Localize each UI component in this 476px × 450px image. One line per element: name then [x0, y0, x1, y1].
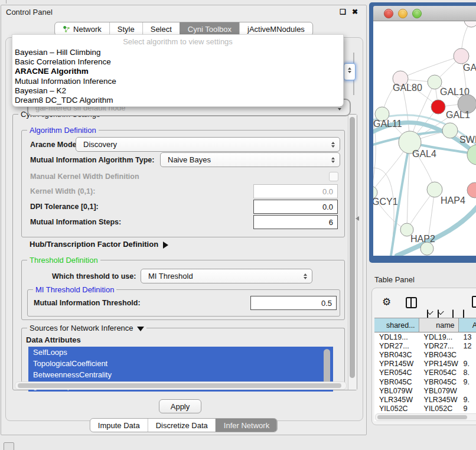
- gear-icon[interactable]: ⚙: [382, 296, 391, 308]
- column-header-name[interactable]: name: [419, 318, 459, 332]
- settings-scrollbar[interactable]: [348, 115, 357, 390]
- node-label: GCY1: [373, 197, 398, 207]
- manual-kernel-label: Manual Kernel Width Definition: [30, 172, 139, 181]
- network-window-titlebar[interactable]: [373, 6, 476, 21]
- settings-scrollbar-thumb[interactable]: [350, 117, 355, 378]
- node-label: GAL: [463, 63, 476, 73]
- column-header-a[interactable]: A: [459, 318, 476, 332]
- table-row[interactable]: YPR145WYPR145W9.: [374, 360, 476, 369]
- network-node-swi4[interactable]: [442, 123, 458, 138]
- table-row[interactable]: YER054CYER054C8.: [374, 369, 476, 377]
- tab-infer-network[interactable]: Infer Network: [216, 419, 277, 432]
- mi-threshold-label: Mutual Information Threshold:: [34, 299, 141, 307]
- panel-title: Control Panel: [6, 8, 53, 17]
- table-cell: YBL079W: [419, 387, 459, 395]
- node-label: SWI4: [459, 135, 476, 145]
- table-cell: 13: [459, 333, 476, 341]
- dpi-tolerance-field[interactable]: 0.0: [253, 200, 338, 214]
- mi-steps-label: Mutual Information Steps:: [30, 218, 121, 226]
- settings-hscrollbar-thumb[interactable]: [18, 383, 341, 388]
- network-node-y[interactable]: [467, 182, 476, 198]
- network-node[interactable]: [464, 21, 476, 27]
- table-cell: YLR345W: [374, 396, 419, 404]
- divider-collapse-icon[interactable]: [356, 216, 359, 221]
- algorithm-definition-title: Algorithm Definition: [27, 126, 99, 135]
- node-label: GAL4: [412, 149, 436, 159]
- table-row[interactable]: YBR045CYBR045C9.: [374, 377, 476, 386]
- tab-network[interactable]: Network: [55, 22, 109, 35]
- aracne-mode-value: Discovery: [83, 140, 330, 149]
- tab-impute-data[interactable]: Impute Data: [90, 419, 148, 432]
- mi-threshold-value: 0.5: [321, 299, 332, 308]
- minimize-traffic-icon[interactable]: [398, 9, 407, 18]
- algorithm-option-aracne-algorithm[interactable]: ARACNE Algorithm: [12, 67, 343, 76]
- cyni-algorithm-settings-group: Cyni Algorithm Settings Algorithm Defini…: [12, 114, 357, 390]
- table-row[interactable]: YLR345WYLR345W9.: [374, 395, 476, 404]
- table-cell: YDL19...: [374, 333, 419, 341]
- tab-label: jActiveMNodules: [247, 25, 305, 34]
- close-icon[interactable]: ✖: [352, 8, 358, 16]
- algorithm-combo-stepper[interactable]: [344, 63, 356, 80]
- table-cell: YPR145W: [374, 360, 419, 368]
- tab-discretize-data[interactable]: Discretize Data: [148, 419, 216, 432]
- tab-jactivemnodules[interactable]: jActiveMNodules: [239, 22, 312, 35]
- tab-style[interactable]: Style: [109, 22, 142, 35]
- table-body: YDL19...YDL19...13YDR27...YDR27...12YBR0…: [374, 332, 476, 413]
- algorithm-option-bayesian-hill-climbing[interactable]: Bayesian – Hill Climbing: [12, 48, 343, 57]
- kernel-width-value: 0.0: [322, 187, 333, 196]
- table-cell: 9: [459, 405, 476, 413]
- network-node-gal[interactable]: [454, 48, 469, 64]
- split-columns-icon[interactable]: [406, 297, 417, 308]
- sources-group-title[interactable]: Sources for Network Inference: [27, 324, 146, 332]
- hub-definition-expander[interactable]: Hub/Transcription Factor Definition: [30, 240, 168, 249]
- collapsed-panel-icon[interactable]: [4, 442, 14, 450]
- algorithm-option-bayesian-k2[interactable]: Bayesian – K2: [12, 86, 343, 96]
- hub-definition-label: Hub/Transcription Factor Definition: [30, 240, 158, 249]
- mi-algorithm-type-combo[interactable]: Naive Bayes: [160, 152, 340, 167]
- network-node-gal1[interactable]: [431, 100, 445, 114]
- table-hscrollbar[interactable]: [375, 413, 476, 421]
- network-node[interactable]: [420, 242, 433, 255]
- manual-kernel-checkbox[interactable]: [329, 172, 338, 181]
- attribute-topologicalcoefficient[interactable]: TopologicalCoefficient: [28, 358, 333, 369]
- table-cell: YBR043C: [374, 351, 419, 359]
- document-icon[interactable]: [472, 296, 476, 308]
- network-canvas[interactable]: GALGAL80GAL10GAL1GAL11SWI4GAL4GCY1HAP4YH…: [373, 21, 476, 256]
- which-threshold-combo[interactable]: MI Threshold: [141, 269, 312, 283]
- tab-label: Style: [118, 25, 135, 34]
- kernel-width-field[interactable]: 0.0: [253, 184, 338, 198]
- table-row[interactable]: YDL19...YDL19...13: [374, 332, 476, 341]
- dpi-tolerance-label: DPI Tolerance [0,1]:: [30, 203, 99, 211]
- control-panel-window: Control Panel ❑ ✖ NetworkStyleSelectCyni…: [1, 5, 367, 435]
- node-label: HAP2: [410, 234, 435, 244]
- attribute-selfloops[interactable]: SelfLoops: [28, 347, 333, 358]
- mi-steps-field[interactable]: 6: [253, 215, 338, 229]
- tab-cyni-toolbox[interactable]: Cyni Toolbox: [180, 22, 239, 35]
- close-traffic-icon[interactable]: [384, 9, 393, 18]
- settings-hscrollbar[interactable]: [15, 381, 347, 390]
- apply-button[interactable]: Apply: [159, 399, 201, 413]
- algorithm-option-basic-correlation-inference[interactable]: Basic Correlation Inference: [12, 57, 343, 67]
- float-icon[interactable]: ❑: [340, 8, 346, 16]
- table-row[interactable]: YDR27...YDR27...12: [374, 341, 476, 350]
- table-row[interactable]: YIL052CYIL052C9: [374, 405, 476, 413]
- table-row[interactable]: YBR043CYBR043C: [374, 350, 476, 359]
- algorithm-option-mutual-information-inference[interactable]: Mutual Information Inference: [12, 77, 343, 86]
- table-cell: YBR045C: [374, 378, 419, 386]
- table-hscrollbar-thumb[interactable]: [377, 415, 467, 419]
- mi-threshold-group-title: MI Threshold Definition: [33, 285, 116, 294]
- tab-select[interactable]: Select: [142, 22, 180, 35]
- data-attributes-label: Data Attributes: [26, 335, 81, 344]
- algorithm-option-dream8-dc-tdc-algorithm[interactable]: Dream8 DC_TDC Algorithm: [12, 96, 343, 105]
- column-header-shared[interactable]: shared...: [374, 318, 419, 332]
- table-panel-title: Table Panel: [374, 275, 415, 284]
- table-cell: YLR345W: [419, 396, 459, 404]
- table-row[interactable]: YBL079WYBL079W: [374, 386, 476, 395]
- mi-steps-value: 6: [329, 218, 333, 227]
- zoom-traffic-icon[interactable]: [412, 9, 422, 18]
- dropdown-placeholder: Select algorithm to view settings: [12, 37, 343, 46]
- aracne-mode-combo[interactable]: Discovery: [76, 137, 340, 152]
- mi-threshold-field[interactable]: 0.5: [250, 296, 337, 310]
- attribute-betweennesscentrality[interactable]: BetweennessCentrality: [28, 369, 333, 380]
- stepper-icon: [330, 142, 336, 148]
